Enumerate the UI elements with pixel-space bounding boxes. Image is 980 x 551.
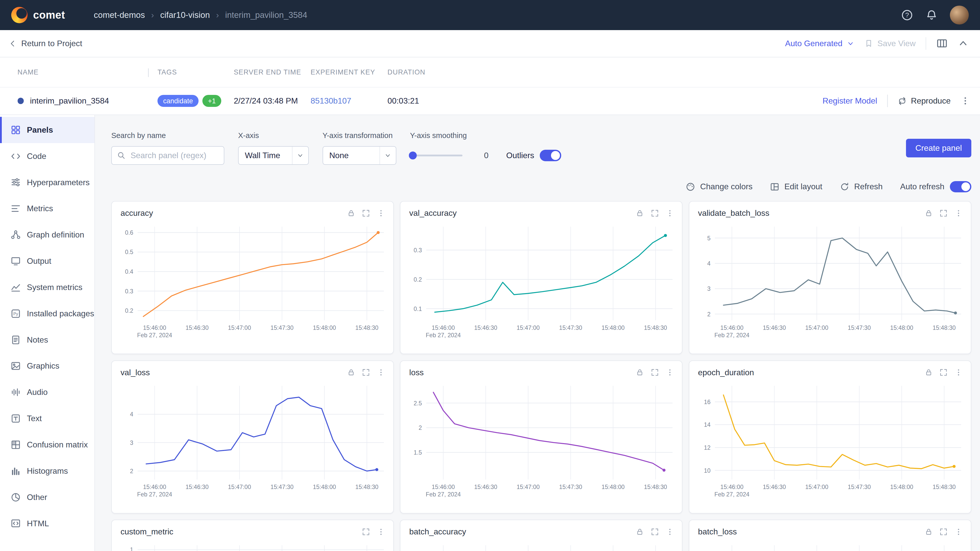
view-selector-dropdown[interactable]: Auto Generated	[785, 39, 854, 48]
expand-icon[interactable]	[362, 209, 370, 218]
sidebar-item-output[interactable]: Output	[0, 248, 94, 274]
svg-text:15:47:30: 15:47:30	[270, 484, 293, 490]
tag-pill[interactable]: candidate	[158, 95, 199, 107]
sidebar-item-installed-packages[interactable]: PyInstalled packages	[0, 300, 94, 327]
sidebar-item-metrics[interactable]: Metrics	[0, 195, 94, 222]
ytrans-select[interactable]: None	[323, 146, 396, 165]
svg-text:2: 2	[418, 425, 422, 431]
kebab-icon[interactable]	[377, 528, 385, 536]
sidebar-item-histograms[interactable]: Histograms	[0, 458, 94, 484]
help-icon[interactable]: ?	[901, 9, 913, 21]
line-chart[interactable]: 15:46:0015:46:3015:47:0015:47:3015:48:00…	[116, 221, 389, 341]
svg-text:Feb 27, 2024: Feb 27, 2024	[426, 332, 461, 338]
line-chart[interactable]: 15:46:0015:46:3015:47:0015:47:3015:48:00…	[694, 380, 966, 501]
save-view-button[interactable]: Save View	[864, 39, 916, 48]
sidebar-item-other[interactable]: Other	[0, 484, 94, 510]
experiment-name[interactable]: interim_pavilion_3584	[30, 96, 109, 106]
kebab-icon[interactable]	[666, 528, 674, 536]
change-colors-button[interactable]: Change colors	[686, 182, 752, 191]
kebab-icon[interactable]	[955, 528, 963, 536]
lock-icon[interactable]	[347, 209, 355, 218]
kebab-icon[interactable]	[955, 368, 963, 376]
sidebar-item-panels[interactable]: Panels	[0, 117, 94, 143]
kebab-icon[interactable]	[377, 368, 385, 376]
kebab-icon[interactable]	[955, 209, 963, 218]
kebab-icon[interactable]	[666, 368, 674, 376]
sidebar-item-hyperparameters[interactable]: Hyperparameters	[0, 169, 94, 196]
experiment-key-link[interactable]: 85130b107	[310, 96, 387, 106]
expand-icon[interactable]	[939, 368, 948, 376]
breadcrumb-item[interactable]: comet-demos	[94, 10, 145, 20]
experiment-row[interactable]: interim_pavilion_3584 candidate+1 2/27/2…	[0, 87, 980, 115]
line-chart[interactable]: 15:46:0015:46:3015:47:0015:47:3015:48:00…	[694, 539, 966, 551]
lock-icon[interactable]	[924, 368, 933, 376]
chart-panel-actions	[924, 209, 963, 218]
panel-actions-row: Change colors Edit layout Refresh Auto r…	[111, 181, 971, 192]
svg-text:4: 4	[708, 260, 711, 267]
kebab-icon[interactable]	[377, 209, 385, 218]
expand-icon[interactable]	[939, 209, 948, 218]
sidebar: PanelsCodeHyperparametersMetricsGraph de…	[0, 115, 95, 551]
line-chart[interactable]: 15:46:0015:46:3015:47:0015:47:3015:48:00…	[116, 539, 389, 551]
line-chart[interactable]: 15:46:0015:46:3015:47:0015:47:3015:48:00…	[405, 221, 678, 341]
svg-text:15:47:30: 15:47:30	[848, 324, 871, 331]
row-actions-divider	[887, 95, 888, 107]
expand-icon[interactable]	[362, 528, 370, 536]
expand-icon[interactable]	[362, 368, 370, 376]
expand-icon[interactable]	[651, 528, 659, 536]
reproduce-button[interactable]: Reproduce	[898, 96, 951, 106]
auto-refresh-toggle[interactable]	[950, 181, 971, 192]
lock-icon[interactable]	[924, 209, 933, 218]
panels-main: Search by name X-axis Wall Time	[95, 115, 980, 551]
outliers-toggle[interactable]	[540, 150, 561, 161]
smoothing-slider[interactable]	[410, 155, 463, 156]
expand-icon[interactable]	[939, 528, 948, 536]
comet-logo[interactable]: comet	[11, 7, 65, 23]
sidebar-item-code[interactable]: Code	[0, 143, 94, 169]
tag-pill[interactable]: +1	[202, 95, 221, 107]
collapse-icon[interactable]	[958, 38, 969, 49]
chevron-left-icon	[9, 40, 17, 48]
line-chart[interactable]: 15:46:0015:46:3015:47:0015:47:3015:48:00…	[116, 380, 389, 501]
notifications-icon[interactable]	[926, 9, 938, 21]
lock-icon[interactable]	[636, 368, 644, 376]
edit-layout-button[interactable]: Edit layout	[770, 182, 822, 191]
breadcrumb-item[interactable]: cifar10-vision	[160, 10, 210, 20]
smoothing-slider-knob[interactable]	[409, 151, 417, 160]
breadcrumb-item[interactable]: interim_pavilion_3584	[225, 10, 307, 20]
line-chart[interactable]: 15:46:0015:46:3015:47:0015:47:3015:48:00…	[694, 221, 966, 341]
line-chart[interactable]: 15:46:0015:46:3015:47:0015:47:3015:48:00…	[405, 539, 678, 551]
table-view-icon[interactable]	[936, 38, 948, 49]
sidebar-item-html[interactable]: HTML	[0, 510, 94, 537]
xaxis-label: X-axis	[238, 131, 309, 140]
lock-icon[interactable]	[636, 528, 644, 536]
register-model-link[interactable]: Register Model	[822, 96, 877, 106]
sidebar-item-system-metrics[interactable]: System metrics	[0, 274, 94, 300]
sidebar-item-audio[interactable]: Audio	[0, 379, 94, 405]
svg-text:3: 3	[708, 286, 711, 292]
line-chart[interactable]: 15:46:0015:46:3015:47:0015:47:3015:48:00…	[405, 380, 678, 501]
kebab-icon[interactable]	[666, 209, 674, 218]
lock-icon[interactable]	[636, 209, 644, 218]
row-menu-icon[interactable]	[961, 96, 970, 106]
return-to-project-button[interactable]: Return to Project	[9, 39, 82, 48]
refresh-button[interactable]: Refresh	[840, 182, 883, 191]
sidebar-item-graph-definition[interactable]: Graph definition	[0, 222, 94, 248]
chart-panel-actions	[347, 368, 385, 376]
sidebar-item-text[interactable]: Text	[0, 405, 94, 432]
xaxis-select[interactable]: Wall Time	[238, 146, 309, 165]
sidebar-item-notes[interactable]: Notes	[0, 327, 94, 353]
smoothing-group: Y-axis smoothing 0 Outliers	[410, 131, 561, 165]
sidebar-item-graphics[interactable]: Graphics	[0, 353, 94, 380]
search-input[interactable]	[111, 146, 224, 165]
svg-text:15:46:30: 15:46:30	[763, 484, 786, 490]
sidebar-item-confusion-matrix[interactable]: Confusion matrix	[0, 432, 94, 458]
chart-panel-header: accuracy	[112, 202, 393, 219]
lock-icon[interactable]	[924, 528, 933, 536]
user-avatar[interactable]	[950, 6, 969, 24]
create-panel-button[interactable]: Create panel	[906, 139, 971, 157]
expand-icon[interactable]	[651, 368, 659, 376]
expand-icon[interactable]	[651, 209, 659, 218]
lock-icon[interactable]	[347, 368, 355, 376]
svg-text:2.5: 2.5	[414, 400, 422, 407]
